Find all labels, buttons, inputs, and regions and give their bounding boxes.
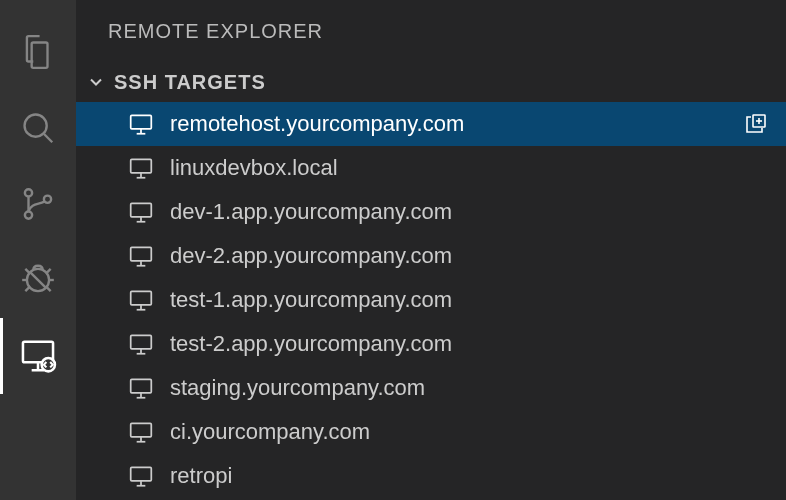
monitor-icon [128,199,154,225]
svg-point-4 [44,196,51,203]
svg-line-1 [44,134,52,142]
svg-line-6 [30,272,46,288]
svg-line-9 [25,269,30,274]
open-new-window-icon[interactable] [740,109,770,139]
svg-rect-17 [131,115,152,129]
monitor-icon [128,155,154,181]
sidebar-title: REMOTE EXPLORER [76,0,786,62]
svg-point-0 [25,115,47,137]
ssh-target-label: linuxdevbox.local [170,155,770,181]
ssh-target-item[interactable]: ci.yourcompany.com [76,410,786,454]
ssh-target-label: test-1.app.yourcompany.com [170,287,770,313]
svg-rect-65 [131,467,152,481]
svg-rect-35 [131,247,152,261]
monitor-icon [128,419,154,445]
svg-rect-59 [131,423,152,437]
ssh-target-label: staging.yourcompany.com [170,375,770,401]
ssh-target-item[interactable]: test-1.app.yourcompany.com [76,278,786,322]
monitor-icon [128,375,154,401]
svg-line-11 [25,286,30,291]
bug-icon [19,261,57,299]
chevron-down-icon [84,70,108,94]
ssh-target-item[interactable]: staging.yourcompany.com [76,366,786,410]
svg-rect-53 [131,379,152,393]
activity-bar [0,0,76,500]
svg-point-2 [25,189,32,196]
activity-search[interactable] [0,90,76,166]
ssh-target-label: retropi [170,463,770,489]
ssh-target-item[interactable]: dev-1.app.yourcompany.com [76,190,786,234]
ssh-targets-tree: remotehost.yourcompany.com linuxdevbox.l… [76,102,786,498]
monitor-icon [128,111,154,137]
svg-line-10 [46,269,51,274]
ssh-target-item[interactable]: dev-2.app.yourcompany.com [76,234,786,278]
section-header-label: SSH TARGETS [114,71,266,94]
svg-rect-29 [131,203,152,217]
ssh-target-item[interactable]: linuxdevbox.local [76,146,786,190]
ssh-target-item[interactable]: remotehost.yourcompany.com [76,102,786,146]
remote-monitor-icon [19,337,57,375]
monitor-icon [128,463,154,489]
ssh-target-label: ci.yourcompany.com [170,419,770,445]
svg-rect-41 [131,291,152,305]
ssh-target-label: dev-1.app.yourcompany.com [170,199,770,225]
ssh-target-item[interactable]: test-2.app.yourcompany.com [76,322,786,366]
ssh-target-label: dev-2.app.yourcompany.com [170,243,770,269]
svg-rect-23 [131,159,152,173]
activity-remote-explorer[interactable] [0,318,76,394]
ssh-target-label: test-2.app.yourcompany.com [170,331,770,357]
activity-source-control[interactable] [0,166,76,242]
monitor-icon [128,287,154,313]
source-control-icon [19,185,57,223]
ssh-target-item[interactable]: retropi [76,454,786,498]
ssh-target-label: remotehost.yourcompany.com [170,111,724,137]
svg-line-12 [46,286,51,291]
section-header-ssh-targets[interactable]: SSH TARGETS [76,62,786,102]
files-icon [19,33,57,71]
monitor-icon [128,331,154,357]
search-icon [19,109,57,147]
activity-explorer[interactable] [0,14,76,90]
activity-debug[interactable] [0,242,76,318]
sidebar-title-label: REMOTE EXPLORER [108,20,323,43]
monitor-icon [128,243,154,269]
svg-point-3 [25,211,32,218]
svg-rect-47 [131,335,152,349]
sidebar: REMOTE EXPLORER SSH TARGETS remotehost.y… [76,0,786,500]
